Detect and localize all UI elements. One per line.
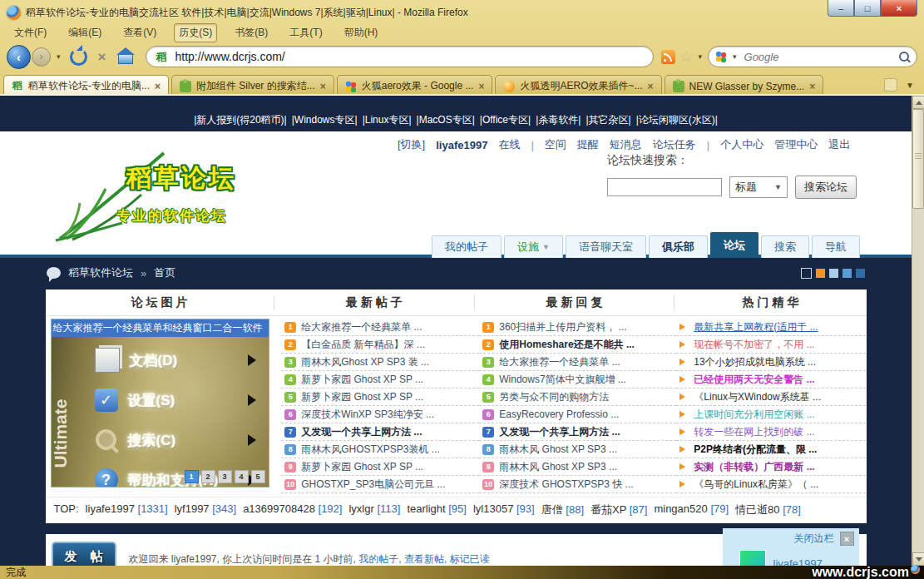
breadcrumb-page[interactable]: 首页 (154, 265, 175, 280)
site-nav-link-6[interactable]: |其它杂区| (586, 113, 630, 127)
avatar[interactable] (739, 550, 766, 566)
tab-close-icon[interactable]: × (478, 82, 484, 92)
userbar-link-0[interactable]: 空间 (545, 137, 566, 152)
post-title-link[interactable]: 另类与众不同的购物方法 (499, 390, 670, 404)
latest-post-1[interactable]: 2【白金品质 新年精品】深 ... (281, 336, 479, 354)
menu-item-2[interactable]: 查看(V) (119, 24, 161, 42)
latest-reply-8[interactable]: 9雨林木风 Ghost XP SP3 ... (479, 458, 676, 476)
search-engine-dropdown-icon[interactable]: ▾ (733, 52, 737, 61)
latest-post-8[interactable]: 9新萝卜家园 Ghost XP SP ... (281, 458, 479, 476)
post-title-link[interactable]: 又发现一个共享上网方法 ... (301, 425, 472, 439)
bookmark-dropdown-icon[interactable]: ▾ (698, 52, 702, 61)
close-button[interactable]: × (881, 0, 917, 17)
poster-name[interactable]: mingan520 (654, 502, 707, 515)
site-nav-link-1[interactable]: |Windows专区| (292, 113, 358, 127)
forum-tab-0[interactable]: 我的帖子 (432, 235, 502, 258)
site-nav-link-4[interactable]: |Office专区| (480, 113, 531, 127)
poster-name[interactable]: 唐僧 (541, 503, 563, 516)
latest-reply-5[interactable]: 6EasyRecovery Professio ... (479, 406, 676, 423)
url-bar[interactable]: 稻 (146, 46, 654, 67)
back-button[interactable]: ‹ (7, 45, 31, 69)
image-page-2[interactable]: 2 (201, 470, 215, 483)
welcome-link-2[interactable]: 标记已读 (450, 553, 490, 565)
poster-name[interactable]: a13699708428 (243, 502, 315, 515)
post-title-link[interactable]: 【白金品质 新年精品】深 ... (301, 338, 472, 352)
rss-icon[interactable] (661, 50, 675, 64)
tab-close-icon[interactable]: × (809, 82, 815, 92)
post-title-link[interactable]: 《鸟哥的Linux私房菜》（ ... (694, 478, 859, 492)
poster-name[interactable]: lyxlgr (348, 502, 373, 515)
scroll-up-icon[interactable] (912, 96, 924, 109)
hot-digest-7[interactable]: P2P终结者(分配流量、限 ... (676, 441, 866, 458)
image-page-4[interactable]: 4 (235, 470, 249, 483)
forum-tab-1[interactable]: 设施▼ (504, 235, 563, 258)
latest-post-6[interactable]: 7又发现一个共享上网方法 ... (281, 423, 479, 441)
search-icon[interactable] (899, 52, 909, 62)
post-title-link[interactable]: 现在帐号不加密了，不用 ... (694, 338, 859, 352)
latest-post-2[interactable]: 3雨林木风Ghost XP SP3 装 ... (281, 354, 479, 371)
post-title-link[interactable]: Windows7简体中文旗舰增 ... (499, 373, 670, 387)
hot-digest-4[interactable]: 《Linux与XWindow系统基 ... (676, 388, 866, 406)
tab-close-icon[interactable]: × (320, 82, 326, 92)
featured-image-caption[interactable]: 给大家推荐一个经典菜单和经典窗口二合一软件 (52, 319, 269, 337)
post-title-link[interactable]: 实测（非转载）广西最新 ... (694, 460, 859, 474)
hot-digest-0[interactable]: 最新共享上网教程(适用于 ... (676, 319, 866, 336)
menu-item-4[interactable]: 书签(B) (230, 24, 272, 42)
site-nav-link-3[interactable]: |MacOS专区| (417, 113, 475, 127)
hot-digest-2[interactable]: 13个小妙招成就电脑系统 ... (676, 354, 866, 371)
image-page-3[interactable]: 3 (218, 470, 232, 483)
forum-tab-3[interactable]: 俱乐部 (649, 235, 708, 258)
latest-post-3[interactable]: 4新萝卜家园 Ghost XP SP ... (281, 371, 479, 388)
site-nav-link-2[interactable]: |Linux专区| (363, 113, 412, 127)
home-button[interactable] (118, 54, 133, 64)
search-box[interactable]: ▾ (708, 46, 917, 67)
hot-digest-1[interactable]: 现在帐号不加密了，不用 ... (676, 336, 866, 354)
forum-tab-4[interactable]: 论坛 (710, 232, 758, 258)
menu-item-6[interactable]: 帮助(H) (340, 24, 383, 42)
layout-square-1[interactable] (816, 269, 825, 278)
post-title-link[interactable]: 又发现一个共享上网方法 ... (499, 425, 670, 439)
userbar-link2-1[interactable]: 管理中心 (774, 137, 818, 152)
switch-user-link[interactable]: [切换] (398, 137, 425, 152)
post-title-link[interactable]: 360扫描并上传用户资料， ... (499, 320, 670, 334)
post-title-link[interactable]: 已经使用两天无安全警告 ... (694, 373, 859, 387)
hot-digest-3[interactable]: 已经使用两天无安全警告 ... (676, 371, 866, 388)
hot-digest-9[interactable]: 《鸟哥的Linux私房菜》（ ... (676, 476, 866, 493)
post-title-link[interactable]: 新萝卜家园 Ghost XP SP ... (301, 460, 472, 474)
post-title-link[interactable]: 转发一些在网上找到的破 ... (694, 425, 859, 439)
quick-search-input[interactable] (607, 178, 722, 196)
post-title-link[interactable]: EasyRecovery Professio ... (499, 408, 670, 420)
search-input[interactable] (743, 50, 895, 64)
latest-reply-7[interactable]: 8雨林木风 Ghost XP SP3 ... (479, 441, 676, 458)
layout-square-0[interactable] (801, 268, 812, 279)
image-page-1[interactable]: 1 (185, 470, 199, 483)
featured-image-slide[interactable]: 给大家推荐一个经典菜单和经典窗口二合一软件 Ultimate 文档(D)✓设置(… (51, 319, 269, 487)
maximize-button[interactable]: □ (854, 0, 881, 17)
post-title-link[interactable]: 新萝卜家园 Ghost XP SP ... (301, 373, 472, 387)
latest-reply-0[interactable]: 1360扫描并上传用户资料， ... (479, 319, 676, 336)
userbar-link2-0[interactable]: 个人中心 (720, 137, 763, 152)
search-forum-button[interactable]: 搜索论坛 (795, 176, 857, 199)
latest-reply-9[interactable]: 10深度技术 GHOSTXPSP3 快 ... (479, 476, 676, 493)
latest-post-4[interactable]: 5新萝卜家园 Ghost XP SP ... (281, 388, 479, 406)
stop-button[interactable]: × (98, 50, 106, 64)
poster-name[interactable]: lyf1997 (175, 502, 210, 515)
post-title-link[interactable]: 给大家推荐一个经典菜单 ... (301, 320, 472, 334)
post-title-link[interactable]: 新萝卜家园 Ghost XP SP ... (301, 390, 472, 404)
vertical-scrollbar[interactable] (912, 96, 924, 566)
sidebar-username[interactable]: liyafe1997 (773, 557, 823, 567)
latest-reply-4[interactable]: 5另类与众不同的购物方法 (479, 388, 676, 406)
history-dropdown-icon[interactable]: ▾ (57, 52, 61, 61)
post-title-link[interactable]: P2P终结者(分配流量、限 ... (694, 443, 859, 457)
post-title-link[interactable]: 雨林木风GHOSTXPSP3装机 ... (301, 443, 472, 457)
forum-tab-2[interactable]: 语音聊天室 (566, 235, 646, 258)
post-title-link[interactable]: 雨林木风Ghost XP SP3 装 ... (301, 355, 472, 369)
post-title-link[interactable]: 最新共享上网教程(适用于 ... (694, 320, 859, 334)
menu-item-3[interactable]: 历史(S) (174, 23, 217, 42)
post-title-link[interactable]: 雨林木风 Ghost XP SP3 ... (499, 460, 670, 474)
welcome-link-0[interactable]: 我的帖子, (358, 553, 401, 565)
forum-tab-5[interactable]: 搜索 (761, 235, 809, 258)
post-title-link[interactable]: 给大家推荐一个经典菜单 ... (499, 355, 670, 369)
site-nav-link-5[interactable]: |杀毒软件| (536, 113, 581, 127)
hot-digest-5[interactable]: 上课时间充分利用空闲账 ... (676, 406, 866, 423)
